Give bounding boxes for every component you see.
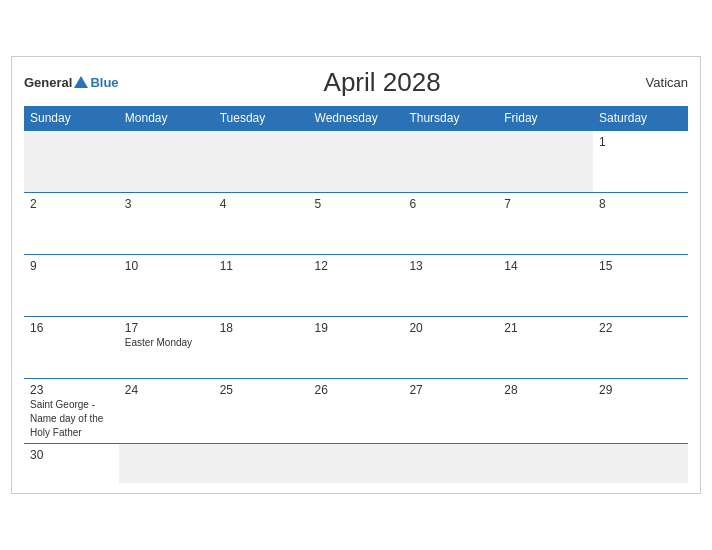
logo-general-text: General [24,75,72,90]
calendar-day-cell: 10 [119,254,214,316]
calendar-day-cell [403,443,498,483]
col-wednesday: Wednesday [309,106,404,131]
calendar-day-cell: 5 [309,192,404,254]
calendar-day-cell: 3 [119,192,214,254]
calendar-day-cell: 2 [24,192,119,254]
calendar-day-cell [119,130,214,192]
calendar-day-cell: 14 [498,254,593,316]
calendar-day-cell: 7 [498,192,593,254]
day-number: 2 [30,197,113,211]
day-number: 18 [220,321,303,335]
day-number: 5 [315,197,398,211]
day-number: 10 [125,259,208,273]
calendar-day-cell: 1 [593,130,688,192]
day-number: 27 [409,383,492,397]
day-number: 4 [220,197,303,211]
day-number: 13 [409,259,492,273]
weekday-header-row: Sunday Monday Tuesday Wednesday Thursday… [24,106,688,131]
calendar-day-cell: 6 [403,192,498,254]
day-number: 22 [599,321,682,335]
calendar-day-cell [498,443,593,483]
day-number: 23 [30,383,113,397]
day-number: 19 [315,321,398,335]
calendar-day-cell: 22 [593,316,688,378]
calendar-day-cell: 29 [593,378,688,443]
calendar-day-cell [593,443,688,483]
calendar-day-cell: 26 [309,378,404,443]
calendar-day-cell: 25 [214,378,309,443]
calendar-week-row: 30 [24,443,688,483]
calendar-day-cell: 23Saint George - Name day of the Holy Fa… [24,378,119,443]
calendar-day-cell: 15 [593,254,688,316]
calendar-day-cell: 28 [498,378,593,443]
calendar-day-cell: 18 [214,316,309,378]
calendar-day-cell: 19 [309,316,404,378]
calendar-table: Sunday Monday Tuesday Wednesday Thursday… [24,106,688,484]
day-number: 15 [599,259,682,273]
calendar-week-row: 1617Easter Monday1819202122 [24,316,688,378]
calendar-day-cell [214,443,309,483]
calendar-week-row: 9101112131415 [24,254,688,316]
day-number: 25 [220,383,303,397]
calendar-day-cell [403,130,498,192]
col-monday: Monday [119,106,214,131]
day-number: 8 [599,197,682,211]
calendar-title: April 2028 [324,67,441,98]
calendar-body: 1234567891011121314151617Easter Monday18… [24,130,688,483]
day-number: 26 [315,383,398,397]
calendar-day-cell [309,443,404,483]
calendar-day-cell: 27 [403,378,498,443]
calendar-day-cell [214,130,309,192]
day-number: 9 [30,259,113,273]
calendar-week-row: 2345678 [24,192,688,254]
day-number: 17 [125,321,208,335]
calendar-day-cell: 4 [214,192,309,254]
day-number: 7 [504,197,587,211]
day-event: Saint George - Name day of the Holy Fath… [30,399,103,438]
calendar-day-cell: 24 [119,378,214,443]
calendar-container: General Blue April 2028 Vatican Sunday M… [11,56,701,495]
logo-blue-text: Blue [90,75,118,90]
logo: General Blue [24,75,119,90]
calendar-week-row: 23Saint George - Name day of the Holy Fa… [24,378,688,443]
col-tuesday: Tuesday [214,106,309,131]
calendar-region: Vatican [646,75,688,90]
col-thursday: Thursday [403,106,498,131]
calendar-day-cell: 13 [403,254,498,316]
calendar-day-cell: 8 [593,192,688,254]
calendar-day-cell [119,443,214,483]
calendar-day-cell: 16 [24,316,119,378]
logo-triangle-icon [74,76,88,88]
day-event: Easter Monday [125,337,192,348]
day-number: 29 [599,383,682,397]
day-number: 16 [30,321,113,335]
calendar-day-cell: 9 [24,254,119,316]
day-number: 12 [315,259,398,273]
day-number: 30 [30,448,113,462]
calendar-day-cell [309,130,404,192]
day-number: 11 [220,259,303,273]
day-number: 20 [409,321,492,335]
calendar-day-cell: 30 [24,443,119,483]
calendar-thead: Sunday Monday Tuesday Wednesday Thursday… [24,106,688,131]
day-number: 3 [125,197,208,211]
col-sunday: Sunday [24,106,119,131]
calendar-week-row: 1 [24,130,688,192]
calendar-day-cell [24,130,119,192]
col-friday: Friday [498,106,593,131]
calendar-day-cell [498,130,593,192]
col-saturday: Saturday [593,106,688,131]
calendar-day-cell: 12 [309,254,404,316]
calendar-day-cell: 11 [214,254,309,316]
calendar-day-cell: 17Easter Monday [119,316,214,378]
calendar-day-cell: 20 [403,316,498,378]
day-number: 28 [504,383,587,397]
day-number: 14 [504,259,587,273]
calendar-header: General Blue April 2028 Vatican [24,67,688,98]
day-number: 1 [599,135,682,149]
day-number: 24 [125,383,208,397]
day-number: 6 [409,197,492,211]
day-number: 21 [504,321,587,335]
calendar-day-cell: 21 [498,316,593,378]
